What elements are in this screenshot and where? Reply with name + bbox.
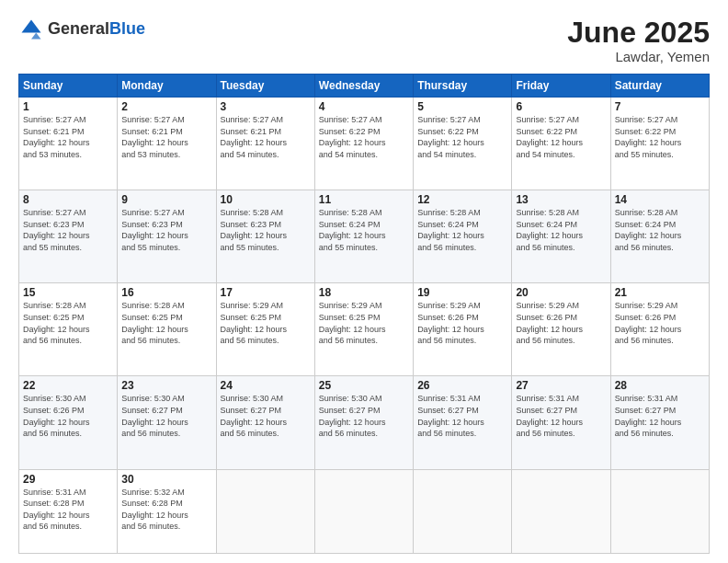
day-header: Friday — [512, 75, 610, 98]
day-header: Wednesday — [314, 75, 413, 98]
table-row: 18Sunrise: 5:29 AM Sunset: 6:25 PM Dayli… — [314, 283, 413, 376]
logo-blue: Blue — [109, 19, 145, 38]
day-info: Sunrise: 5:27 AM Sunset: 6:22 PM Dayligh… — [516, 114, 606, 160]
table-row: 27Sunrise: 5:31 AM Sunset: 6:27 PM Dayli… — [512, 376, 610, 469]
table-row: 10Sunrise: 5:28 AM Sunset: 6:23 PM Dayli… — [216, 190, 314, 283]
table-row: 21Sunrise: 5:29 AM Sunset: 6:26 PM Dayli… — [610, 283, 709, 376]
table-row: 29Sunrise: 5:31 AM Sunset: 6:28 PM Dayli… — [19, 469, 118, 554]
location: Lawdar, Yemen — [567, 49, 710, 64]
day-info: Sunrise: 5:30 AM Sunset: 6:27 PM Dayligh… — [319, 393, 409, 439]
day-number: 11 — [319, 193, 409, 206]
day-header: Thursday — [414, 75, 512, 98]
day-info: Sunrise: 5:29 AM Sunset: 6:25 PM Dayligh… — [221, 300, 311, 346]
day-info: Sunrise: 5:31 AM Sunset: 6:28 PM Dayligh… — [23, 487, 113, 533]
table-row: 5Sunrise: 5:27 AM Sunset: 6:22 PM Daylig… — [414, 98, 512, 190]
table-row: 20Sunrise: 5:29 AM Sunset: 6:26 PM Dayli… — [512, 283, 610, 376]
day-info: Sunrise: 5:29 AM Sunset: 6:26 PM Dayligh… — [615, 300, 705, 346]
day-number: 27 — [516, 379, 606, 392]
day-info: Sunrise: 5:28 AM Sunset: 6:24 PM Dayligh… — [319, 207, 409, 253]
logo-text: GeneralBlue — [48, 20, 145, 39]
day-info: Sunrise: 5:28 AM Sunset: 6:23 PM Dayligh… — [221, 207, 311, 253]
table-row — [512, 469, 610, 554]
day-info: Sunrise: 5:28 AM Sunset: 6:24 PM Dayligh… — [615, 207, 705, 253]
day-number: 16 — [121, 286, 211, 299]
day-number: 8 — [23, 193, 113, 206]
day-number: 20 — [516, 286, 606, 299]
day-info: Sunrise: 5:30 AM Sunset: 6:27 PM Dayligh… — [121, 393, 211, 439]
day-number: 15 — [23, 286, 113, 299]
table-row: 14Sunrise: 5:28 AM Sunset: 6:24 PM Dayli… — [610, 190, 709, 283]
table-row — [216, 469, 314, 554]
day-number: 1 — [23, 100, 113, 113]
day-number: 7 — [615, 100, 705, 113]
day-number: 28 — [615, 379, 705, 392]
day-number: 6 — [516, 100, 606, 113]
day-number: 25 — [319, 379, 409, 392]
table-row: 7Sunrise: 5:27 AM Sunset: 6:22 PM Daylig… — [610, 98, 709, 190]
table-row — [610, 469, 709, 554]
table-row: 23Sunrise: 5:30 AM Sunset: 6:27 PM Dayli… — [118, 376, 216, 469]
day-number: 9 — [121, 193, 211, 206]
day-info: Sunrise: 5:28 AM Sunset: 6:24 PM Dayligh… — [417, 207, 507, 253]
svg-marker-1 — [31, 33, 41, 40]
day-info: Sunrise: 5:27 AM Sunset: 6:23 PM Dayligh… — [23, 207, 113, 253]
day-info: Sunrise: 5:29 AM Sunset: 6:25 PM Dayligh… — [319, 300, 409, 346]
logo-icon — [18, 17, 44, 42]
day-info: Sunrise: 5:28 AM Sunset: 6:25 PM Dayligh… — [23, 300, 113, 346]
day-number: 3 — [221, 100, 311, 113]
day-number: 23 — [121, 379, 211, 392]
day-number: 19 — [417, 286, 507, 299]
day-info: Sunrise: 5:29 AM Sunset: 6:26 PM Dayligh… — [417, 300, 507, 346]
day-info: Sunrise: 5:27 AM Sunset: 6:23 PM Dayligh… — [121, 207, 211, 253]
day-number: 29 — [23, 473, 113, 486]
day-number: 18 — [319, 286, 409, 299]
day-number: 24 — [221, 379, 311, 392]
day-number: 26 — [417, 379, 507, 392]
table-row: 15Sunrise: 5:28 AM Sunset: 6:25 PM Dayli… — [19, 283, 118, 376]
table-row: 9Sunrise: 5:27 AM Sunset: 6:23 PM Daylig… — [118, 190, 216, 283]
day-info: Sunrise: 5:31 AM Sunset: 6:27 PM Dayligh… — [417, 393, 507, 439]
day-info: Sunrise: 5:31 AM Sunset: 6:27 PM Dayligh… — [615, 393, 705, 439]
day-header: Sunday — [19, 75, 118, 98]
table-row: 2Sunrise: 5:27 AM Sunset: 6:21 PM Daylig… — [118, 98, 216, 190]
day-number: 21 — [615, 286, 705, 299]
logo: GeneralBlue — [18, 17, 145, 42]
table-row: 25Sunrise: 5:30 AM Sunset: 6:27 PM Dayli… — [314, 376, 413, 469]
table-row: 13Sunrise: 5:28 AM Sunset: 6:24 PM Dayli… — [512, 190, 610, 283]
month-title: June 2025 — [567, 17, 710, 49]
day-info: Sunrise: 5:27 AM Sunset: 6:22 PM Dayligh… — [319, 114, 409, 160]
table-row: 19Sunrise: 5:29 AM Sunset: 6:26 PM Dayli… — [414, 283, 512, 376]
table-row: 11Sunrise: 5:28 AM Sunset: 6:24 PM Dayli… — [314, 190, 413, 283]
page: GeneralBlue June 2025 Lawdar, Yemen Sund… — [0, 0, 728, 563]
table-row: 24Sunrise: 5:30 AM Sunset: 6:27 PM Dayli… — [216, 376, 314, 469]
day-number: 22 — [23, 379, 113, 392]
table-row — [314, 469, 413, 554]
day-info: Sunrise: 5:29 AM Sunset: 6:26 PM Dayligh… — [516, 300, 606, 346]
day-header: Saturday — [610, 75, 709, 98]
table-row — [414, 469, 512, 554]
day-info: Sunrise: 5:27 AM Sunset: 6:21 PM Dayligh… — [121, 114, 211, 160]
day-info: Sunrise: 5:30 AM Sunset: 6:26 PM Dayligh… — [23, 393, 113, 439]
table-row: 16Sunrise: 5:28 AM Sunset: 6:25 PM Dayli… — [118, 283, 216, 376]
day-number: 14 — [615, 193, 705, 206]
svg-marker-0 — [22, 20, 41, 33]
day-info: Sunrise: 5:27 AM Sunset: 6:21 PM Dayligh… — [221, 114, 311, 160]
day-info: Sunrise: 5:28 AM Sunset: 6:24 PM Dayligh… — [516, 207, 606, 253]
day-info: Sunrise: 5:27 AM Sunset: 6:22 PM Dayligh… — [417, 114, 507, 160]
table-row: 1Sunrise: 5:27 AM Sunset: 6:21 PM Daylig… — [19, 98, 118, 190]
table-row: 3Sunrise: 5:27 AM Sunset: 6:21 PM Daylig… — [216, 98, 314, 190]
day-number: 30 — [121, 473, 211, 486]
table-row: 6Sunrise: 5:27 AM Sunset: 6:22 PM Daylig… — [512, 98, 610, 190]
day-number: 2 — [121, 100, 211, 113]
table-row: 22Sunrise: 5:30 AM Sunset: 6:26 PM Dayli… — [19, 376, 118, 469]
day-info: Sunrise: 5:30 AM Sunset: 6:27 PM Dayligh… — [221, 393, 311, 439]
day-number: 4 — [319, 100, 409, 113]
table-row: 4Sunrise: 5:27 AM Sunset: 6:22 PM Daylig… — [314, 98, 413, 190]
day-info: Sunrise: 5:32 AM Sunset: 6:28 PM Dayligh… — [121, 487, 211, 533]
day-number: 5 — [417, 100, 507, 113]
logo-general: General — [48, 19, 109, 38]
table-row: 28Sunrise: 5:31 AM Sunset: 6:27 PM Dayli… — [610, 376, 709, 469]
table-row: 30Sunrise: 5:32 AM Sunset: 6:28 PM Dayli… — [118, 469, 216, 554]
table-row: 26Sunrise: 5:31 AM Sunset: 6:27 PM Dayli… — [414, 376, 512, 469]
day-header: Tuesday — [216, 75, 314, 98]
